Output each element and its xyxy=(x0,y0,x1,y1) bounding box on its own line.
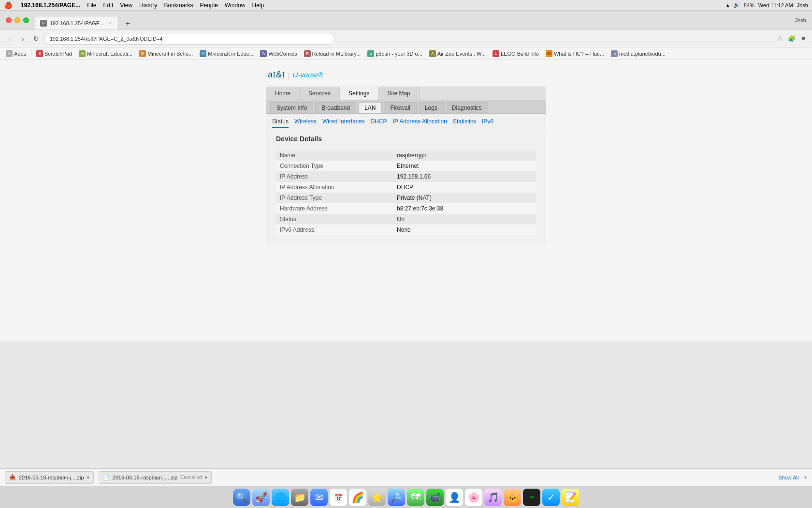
dock-terminal[interactable]: ⌨ xyxy=(523,489,540,506)
nav-sitemap[interactable]: Site Map xyxy=(378,87,419,100)
dock-launchpad[interactable]: 🚀 xyxy=(252,489,270,506)
menu-edit[interactable]: Edit xyxy=(103,2,114,9)
subtab-ipv6[interactable]: IPv6 xyxy=(482,117,493,128)
show-all-button[interactable]: Show All xyxy=(778,475,798,480)
url-text: 192.168.1.254/xslt?PAGE=C_2_0a&NODEID=4 xyxy=(50,36,162,42)
menu-people[interactable]: People xyxy=(200,2,218,9)
bookmark-scratchpad[interactable]: S ScratchPad xyxy=(33,49,75,58)
device-details-section: Device Details Name raspberrypi Connecti… xyxy=(266,128,546,245)
active-tab[interactable]: R 192.168.1.254/PAGE... × xyxy=(35,16,119,30)
dock-chrome[interactable]: 🌈 xyxy=(349,489,366,506)
download-chevron-1[interactable]: ▾ xyxy=(87,475,89,480)
download-chevron-2[interactable]: ▾ xyxy=(205,475,207,480)
scratchpad-icon: S xyxy=(36,50,43,57)
airzoo-icon: A xyxy=(429,50,436,57)
att-logo: at&t | U-verse® xyxy=(266,70,546,80)
bookmark-apps[interactable]: A Apps xyxy=(3,49,29,58)
apps-icon: A xyxy=(6,50,13,57)
menu-window[interactable]: Window xyxy=(225,2,246,9)
close-button[interactable] xyxy=(6,17,12,23)
dock-search[interactable]: 🔎 xyxy=(388,489,405,506)
forward-button[interactable]: › xyxy=(17,33,28,44)
bookmark-mc2-label: Minecraft in Scho... xyxy=(147,51,193,57)
dock-calendar[interactable]: 📅 xyxy=(330,489,347,506)
menu-history[interactable]: History xyxy=(139,2,157,9)
maximize-button[interactable] xyxy=(23,17,29,23)
menu-icon[interactable]: ≡ xyxy=(798,34,808,44)
address-bar[interactable]: 192.168.1.254/xslt?PAGE=C_2_0a&NODEID=4 xyxy=(44,33,334,45)
extensions-icon[interactable]: 🧩 xyxy=(787,34,797,44)
detail-value-connection: Ethernet xyxy=(393,161,536,171)
reload-button[interactable]: ↻ xyxy=(31,33,42,44)
tab-title: 192.168.1.254/PAGE... xyxy=(50,20,104,26)
traffic-lights xyxy=(6,17,29,23)
subtab-status[interactable]: Status xyxy=(272,117,289,128)
bookmark-mc2[interactable]: M Minecraft in Scho... xyxy=(136,49,196,58)
menu-help[interactable]: Help xyxy=(252,2,264,9)
subtab-statistics[interactable]: Statistics xyxy=(453,117,476,128)
nav-settings[interactable]: Settings xyxy=(340,87,378,100)
dock-facetime[interactable]: 📹 xyxy=(426,489,444,506)
tab-diagnostics[interactable]: Diagnostics xyxy=(446,102,488,113)
dock-finder[interactable]: 🔍 xyxy=(233,489,250,506)
detail-value-hw: b8:27:eb:7c:3e:38 xyxy=(393,203,536,214)
secondary-nav: System Info Broadband LAN Firewall Logs … xyxy=(266,100,546,114)
bookmark-mc3[interactable]: M Minecraft in Educ... xyxy=(197,49,256,58)
nav-home[interactable]: Home xyxy=(266,87,300,100)
macos-dock: 🔍 🚀 🌐 📁 ✉ 📅 🌈 ⭐ 🔎 🗺 📹 👤 🌸 🎵 🐱 ⌨ ✓ 📝 xyxy=(0,486,812,508)
bookmark-airzoo-label: Air Zoo Events : W... xyxy=(437,51,486,57)
menu-chrome[interactable]: 192.168.1.254/PAGE... xyxy=(21,2,80,9)
detail-label-ip-type: IP Address Type xyxy=(276,193,393,203)
detail-value-name: raspberrypi xyxy=(393,150,536,161)
subtab-dhcp[interactable]: DHCP xyxy=(370,117,387,128)
menu-bookmarks[interactable]: Bookmarks xyxy=(164,2,193,9)
bookmark-webcomics[interactable]: W WebComics xyxy=(257,49,300,58)
detail-value-ip: 192.168.1.66 xyxy=(393,171,536,182)
new-tab-button[interactable]: + xyxy=(122,18,133,30)
back-button[interactable]: ‹ xyxy=(4,33,14,44)
dock-photos[interactable]: 🌸 xyxy=(465,489,482,506)
dock-spotlight[interactable]: ⭐ xyxy=(368,489,386,506)
bookmark-reload[interactable]: R Reload in MLibrary... xyxy=(301,49,364,58)
reload-icon: R xyxy=(304,50,311,57)
dock-mail[interactable]: ✉ xyxy=(310,489,328,506)
bookmark-hc[interactable]: HC What is HC? -- Hac... xyxy=(543,49,607,58)
bookmark-planetkodu[interactable]: m media.planetkodu... xyxy=(608,49,668,58)
tab-close-button[interactable]: × xyxy=(107,20,114,27)
dock-contacts[interactable]: 👤 xyxy=(446,489,463,506)
bookmark-mc3-label: Minecraft in Educ... xyxy=(208,51,253,57)
dock-wunderlist[interactable]: ✓ xyxy=(542,489,560,506)
detail-label-hw: Hardware Address xyxy=(276,203,393,214)
dock-maps[interactable]: 🗺 xyxy=(407,489,424,506)
bookmark-airzoo[interactable]: A Air Zoo Events : W... xyxy=(426,49,489,58)
tab-logs[interactable]: Logs xyxy=(419,102,444,113)
nav-services[interactable]: Services xyxy=(300,87,340,100)
tab-lan[interactable]: LAN xyxy=(358,102,382,113)
tab-system-info[interactable]: System Info xyxy=(270,102,313,113)
menu-file[interactable]: File xyxy=(87,2,96,9)
subtab-wired-interfaces[interactable]: Wired Interfaces xyxy=(322,117,364,128)
menu-view[interactable]: View xyxy=(120,2,132,9)
apple-menu[interactable]: 🍎 xyxy=(4,1,12,9)
minimize-button[interactable] xyxy=(14,17,20,23)
downloads-close-button[interactable]: × xyxy=(803,474,807,481)
main-nav: Home Services Settings Site Map xyxy=(266,87,546,100)
subtab-ip-allocation[interactable]: IP Address Allocation xyxy=(392,117,447,128)
bookmark-mc1[interactable]: M Minecraft Educati... xyxy=(76,49,135,58)
subtab-wireless[interactable]: Wireless xyxy=(294,117,317,128)
tab-firewall[interactable]: Firewall xyxy=(384,102,416,113)
dock-scratch[interactable]: 🐱 xyxy=(504,489,521,506)
router-ui: at&t | U-verse® Home Services Settings S… xyxy=(266,70,546,331)
dock-files[interactable]: 📁 xyxy=(291,489,308,506)
tab-broadband[interactable]: Broadband xyxy=(315,102,356,113)
bookmark-scratchpad-label: ScratchPad xyxy=(44,51,72,57)
bookmark-p3d[interactable]: p p3d.in - your 3D o... xyxy=(364,49,425,58)
star-icon[interactable]: ☆ xyxy=(775,34,785,44)
bookmark-lego[interactable]: L LEGO Build info xyxy=(490,49,542,58)
download-item-1[interactable]: 📥 2016-03-18-raspbian-j....zip ▾ xyxy=(5,471,94,484)
dock-safari[interactable]: 🌐 xyxy=(272,489,289,506)
download-item-2[interactable]: 📄 2016-03-18-raspbian-j....zip Cancelled… xyxy=(99,471,212,484)
dock-notefile[interactable]: 📝 xyxy=(562,489,579,506)
menubar-left: 🍎 192.168.1.254/PAGE... File Edit View H… xyxy=(4,1,264,9)
dock-itunes[interactable]: 🎵 xyxy=(484,489,502,506)
